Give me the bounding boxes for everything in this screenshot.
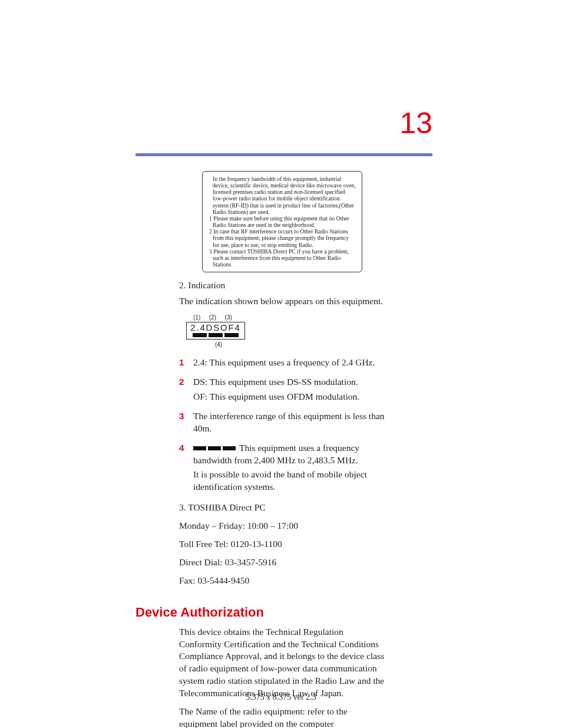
list-text-2a: DS: This equipment uses DS-SS modulation… <box>193 376 385 388</box>
content-column: In the frequency bandwidth of this equip… <box>179 171 385 728</box>
page: 13 In the frequency bandwidth of this eq… <box>0 0 562 728</box>
indication-box: 2.4DSOF4 <box>186 322 245 340</box>
contact-direct-dial: Direct Dial: 03-3457-5916 <box>179 556 385 569</box>
list-number-4: 4 <box>179 442 193 454</box>
indication-box-bars-icon <box>189 333 243 337</box>
device-authorization-heading: Device Authorization <box>135 604 342 621</box>
footer-version: 5.375 x 8.375 ver 2.3 <box>0 693 562 702</box>
list-number-2: 2 <box>179 376 193 388</box>
boxed-note-item-3: 3 Please contact TOSHIBA Direct PC if yo… <box>208 248 356 268</box>
boxed-note: In the frequency bandwidth of this equip… <box>202 171 362 272</box>
device-authorization-section: Device Authorization This device obtains… <box>179 604 385 728</box>
page-number: 13 <box>399 106 432 140</box>
boxed-note-item-2: 2 In case that RF interference occurs to… <box>208 228 356 248</box>
indication-figure: (1) (2) (3) 2.4DSOF4 (4) <box>186 314 251 348</box>
indication-lead: The indication shown below appears on th… <box>179 295 385 308</box>
device-auth-p2: The Name of the radio equipment: refer t… <box>179 706 385 728</box>
contact-toll-free: Toll Free Tel: 0120-13-1100 <box>179 538 385 551</box>
list-text-1: 2.4: This equipment uses a frequency of … <box>193 357 385 369</box>
list-text-4a: This equipment uses a frequency bandwidt… <box>193 442 385 467</box>
indication-bottom-label: (4) <box>186 341 251 349</box>
contact-hours: Monday – Friday: 10:00 – 17:00 <box>179 520 385 532</box>
list-text-4b: It is possible to avoid the band of mobi… <box>193 469 385 493</box>
boxed-note-item-1: 1 Please make sure before using this equ… <box>208 215 356 228</box>
indication-label-3: (3) <box>225 314 232 322</box>
indication-top-labels: (1) (2) (3) <box>186 314 251 322</box>
contact-title: 3. TOSHIBA Direct PC <box>179 502 385 514</box>
contact-fax: Fax: 03-5444-9450 <box>179 575 385 587</box>
list-item: 2 DS: This equipment uses DS-SS modulati… <box>179 376 385 406</box>
list-item: 3 The interference range of this equipme… <box>179 410 385 437</box>
list-number-1: 1 <box>179 357 193 368</box>
indication-heading: 2. Indication <box>179 279 385 292</box>
list-number-3: 3 <box>179 410 193 422</box>
list-text-3: The interference range of this equipment… <box>193 410 385 435</box>
header-rule <box>135 153 432 156</box>
device-auth-p1: This device obtains the Technical Regula… <box>179 626 385 700</box>
indication-box-text: 2.4DSOF4 <box>189 323 243 332</box>
list-item: 1 2.4: This equipment uses a frequency o… <box>179 357 385 371</box>
bars-icon <box>193 446 236 450</box>
list-text-2b: OF: This equipment uses OFDM modulation. <box>193 391 385 403</box>
list-item: 4 This equipment uses a frequency bandwi… <box>179 442 385 496</box>
indication-label-2: (2) <box>209 314 223 322</box>
boxed-note-intro: In the frequency bandwidth of this equip… <box>210 176 356 215</box>
numbered-list: 1 2.4: This equipment uses a frequency o… <box>179 357 385 496</box>
indication-label-1: (1) <box>193 314 207 322</box>
